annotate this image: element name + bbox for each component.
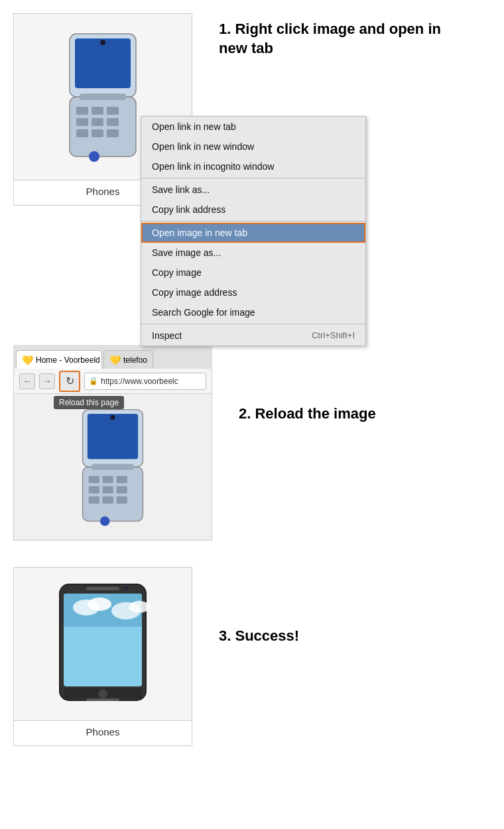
- svg-rect-42: [86, 698, 119, 701]
- menu-item-save-image[interactable]: Save image as...: [141, 243, 365, 263]
- context-menu: Open link in new tab Open link in new wi…: [141, 116, 366, 346]
- svg-rect-26: [88, 414, 138, 459]
- address-bar[interactable]: 🔒 https://www.voorbeelc: [84, 373, 206, 390]
- browser-tab-2[interactable]: 💛 telefoo: [103, 350, 153, 369]
- menu-item-open-link-new-tab[interactable]: Open link in new tab: [141, 117, 365, 137]
- step-3-label: 3. Success!: [219, 620, 299, 646]
- browser-tab-1[interactable]: 💛 Home - Voorbeeld w... ✕: [16, 350, 102, 369]
- menu-item-open-link-new-window[interactable]: Open link in new window: [141, 137, 365, 157]
- svg-rect-0: [70, 97, 136, 157]
- flip-phone-icon: [53, 24, 153, 170]
- svg-rect-8: [92, 129, 103, 137]
- svg-point-41: [125, 588, 127, 590]
- svg-rect-12: [80, 94, 126, 100]
- svg-point-29: [100, 517, 110, 527]
- menu-item-inspect[interactable]: Inspect Ctrl+Shift+I: [141, 326, 365, 346]
- menu-item-copy-link[interactable]: Copy link address: [141, 200, 365, 220]
- svg-point-38: [99, 690, 107, 698]
- phone-card-3: Phones: [13, 567, 192, 746]
- section-2: 💛 Home - Voorbeeld w... ✕ 💛 telefoo ← → …: [13, 345, 491, 541]
- forward-button[interactable]: →: [39, 373, 55, 389]
- step-2-label: 2. Reload the image: [239, 398, 376, 424]
- menu-item-copy-image-address[interactable]: Copy image address: [141, 283, 365, 302]
- svg-point-13: [100, 40, 105, 45]
- svg-point-36: [129, 601, 150, 613]
- menu-item-open-image-new-tab[interactable]: Open image in new tab: [141, 223, 365, 243]
- svg-point-14: [89, 151, 99, 162]
- svg-rect-16: [89, 476, 99, 483]
- svg-rect-9: [107, 129, 119, 137]
- phone-image-3: [14, 568, 192, 720]
- svg-rect-2: [92, 107, 103, 115]
- browser-toolbar: ← → ↻ Reload this page 🔒 https://www.voo…: [13, 369, 212, 394]
- menu-divider-2: [141, 221, 365, 222]
- browser-content: [13, 394, 212, 541]
- svg-rect-15: [83, 467, 143, 521]
- svg-point-28: [110, 415, 115, 420]
- phone-card-3-label: Phones: [14, 720, 192, 743]
- svg-point-34: [88, 598, 111, 611]
- tab-favicon-2: 💛: [109, 355, 121, 365]
- svg-rect-23: [103, 497, 113, 504]
- menu-divider-3: [141, 324, 365, 324]
- svg-rect-24: [116, 497, 127, 504]
- svg-rect-7: [76, 129, 88, 137]
- reload-tooltip: Reload this page: [54, 396, 124, 409]
- browser-phone-image: [60, 401, 166, 533]
- svg-rect-22: [89, 497, 99, 504]
- menu-item-search-google[interactable]: Search Google for image: [141, 302, 365, 322]
- section-1: Phones Open link in new tab Open link in…: [13, 13, 491, 332]
- menu-item-save-link[interactable]: Save link as...: [141, 180, 365, 200]
- back-button[interactable]: ←: [19, 373, 35, 389]
- lock-icon: 🔒: [89, 377, 98, 385]
- browser-screenshot: 💛 Home - Voorbeeld w... ✕ 💛 telefoo ← → …: [13, 345, 212, 541]
- svg-rect-20: [103, 486, 113, 493]
- step-1-label: 1. Right click image and open in new tab: [219, 13, 451, 58]
- browser-tabs: 💛 Home - Voorbeeld w... ✕ 💛 telefoo: [13, 345, 212, 369]
- reload-button[interactable]: ↻ Reload this page: [59, 371, 80, 392]
- svg-rect-19: [89, 486, 99, 493]
- menu-item-copy-image[interactable]: Copy image: [141, 263, 365, 283]
- section-3: Phones 3. Success!: [13, 567, 491, 746]
- smartphone-icon: [40, 578, 166, 710]
- svg-rect-4: [76, 118, 88, 126]
- svg-rect-18: [116, 476, 127, 483]
- svg-rect-3: [107, 107, 119, 115]
- svg-rect-11: [75, 38, 131, 88]
- svg-rect-27: [92, 464, 134, 470]
- menu-divider-1: [141, 178, 365, 178]
- svg-rect-21: [116, 486, 127, 493]
- svg-rect-6: [107, 118, 119, 126]
- svg-rect-5: [92, 118, 103, 126]
- tab-favicon-1: 💛: [22, 355, 33, 365]
- svg-rect-1: [76, 107, 88, 115]
- svg-rect-39: [86, 587, 119, 590]
- svg-rect-17: [103, 476, 113, 483]
- menu-item-open-link-incognito[interactable]: Open link in incognito window: [141, 157, 365, 176]
